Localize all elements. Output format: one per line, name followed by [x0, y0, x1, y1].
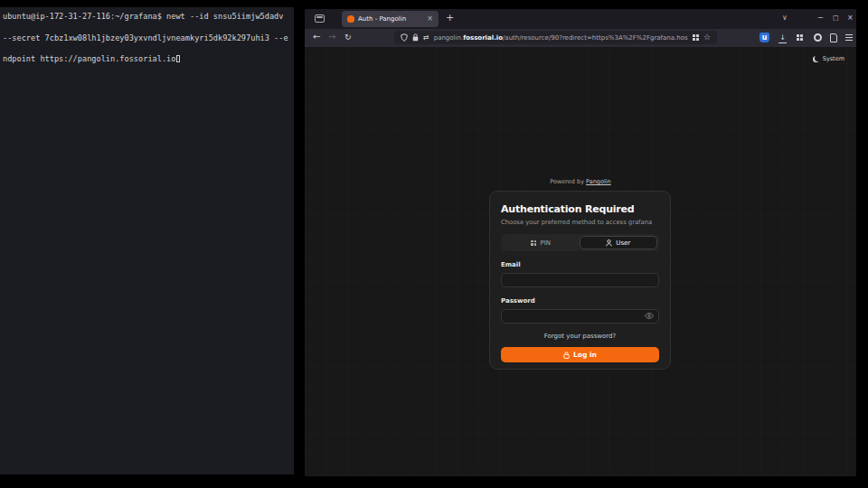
- url-path: /auth/resource/90?redirect=https%3A%2F%2…: [503, 34, 688, 42]
- reload-button[interactable]: ↻: [344, 33, 352, 42]
- tab-pin-label: PIN: [540, 239, 551, 247]
- browser-window: Auth - Pangolin × + ∨ − □ × ← → ↻ ⇄ pang…: [305, 9, 856, 476]
- moon-icon: [813, 56, 819, 62]
- tab-list-chevron-icon[interactable]: ∨: [782, 14, 788, 22]
- theme-label: System: [823, 55, 844, 62]
- url-text[interactable]: pangolin.fossorial.io/auth/resource/90?r…: [434, 34, 688, 42]
- pin-keypad-icon: [531, 240, 536, 246]
- window-maximize-button[interactable]: □: [833, 14, 839, 22]
- theme-toggle[interactable]: System: [813, 55, 844, 62]
- auth-method-tabs: PIN User: [501, 234, 659, 251]
- forgot-password-link[interactable]: Forgot your password?: [501, 333, 659, 340]
- powered-by-text: Powered by: [550, 178, 584, 185]
- browser-tab[interactable]: Auth - Pangolin ×: [342, 11, 439, 27]
- lock-icon[interactable]: [412, 33, 419, 42]
- card-subtitle: Choose your preferred method to access g…: [501, 219, 659, 226]
- password-field[interactable]: [501, 309, 659, 324]
- pangolin-link[interactable]: Pangolin: [586, 178, 611, 185]
- forward-button: →: [328, 32, 335, 42]
- tab-user-label: User: [616, 239, 630, 247]
- user-icon: [606, 239, 612, 247]
- terminal-cursor: [176, 55, 180, 62]
- password-label: Password: [501, 297, 659, 305]
- back-button[interactable]: ←: [313, 32, 320, 42]
- menu-hamburger-icon[interactable]: [845, 34, 853, 42]
- card-title: Authentication Required: [501, 203, 659, 215]
- show-password-eye-icon[interactable]: [645, 313, 654, 319]
- browser-nav-bar: ← → ↻ ⇄ pangolin.fossorial.io/auth/resou…: [305, 29, 856, 47]
- permissions-swap-icon[interactable]: ⇄: [423, 34, 429, 42]
- firefox-view-icon[interactable]: [315, 14, 325, 23]
- auth-card: Authentication Required Choose your pref…: [489, 191, 671, 370]
- url-host-prefix: pangolin.: [434, 34, 463, 42]
- extension-ring-icon[interactable]: [814, 33, 822, 42]
- url-bar[interactable]: ⇄ pangolin.fossorial.io/auth/resource/90…: [394, 31, 717, 44]
- window-minimize-button[interactable]: −: [817, 14, 824, 22]
- ublock-extension-icon[interactable]: u: [760, 33, 769, 42]
- pangolin-favicon-icon: [347, 15, 354, 23]
- browser-tab-bar: Auth - Pangolin × + ∨ − □ ×: [305, 9, 856, 29]
- page-actions-grid-icon[interactable]: [693, 34, 699, 41]
- downloads-icon[interactable]: ↓: [778, 33, 787, 43]
- powered-by: Powered by Pangolin: [305, 178, 856, 185]
- bookmark-star-icon[interactable]: ☆: [703, 33, 711, 42]
- login-button[interactable]: Log in: [501, 347, 659, 362]
- url-host: fossorial.io: [463, 34, 503, 42]
- extension-page-icon[interactable]: [830, 33, 837, 42]
- tab-close-icon[interactable]: ×: [427, 15, 433, 23]
- terminal-line-1: ubuntu@ip-172-31-27-116:~/grafana$ newt …: [3, 12, 283, 21]
- email-field[interactable]: [501, 273, 659, 287]
- terminal-line-2: --secret 7cbz1xw08lh1jbzey03yxvndljvneam…: [3, 33, 288, 42]
- auth-page: System Powered by Pangolin Authenticatio…: [305, 47, 856, 476]
- terminal-window[interactable]: ubuntu@ip-172-31-27-116:~/grafana$ newt …: [0, 7, 294, 474]
- terminal-line-3: ndpoint https://pangolin.fossorial.io: [3, 54, 175, 63]
- extensions-icon[interactable]: [797, 34, 803, 41]
- tab-pin[interactable]: PIN: [503, 236, 580, 249]
- login-lock-icon: [563, 352, 570, 359]
- email-label: Email: [501, 261, 659, 268]
- tab-user[interactable]: User: [580, 236, 658, 249]
- new-tab-button[interactable]: +: [446, 12, 454, 23]
- login-label: Log in: [573, 351, 597, 359]
- window-close-button[interactable]: ×: [847, 14, 854, 22]
- tab-title: Auth - Pangolin: [358, 15, 423, 23]
- tracking-shield-icon[interactable]: [401, 33, 408, 42]
- terminal-output: ubuntu@ip-172-31-27-116:~/grafana$ newt …: [0, 7, 294, 70]
